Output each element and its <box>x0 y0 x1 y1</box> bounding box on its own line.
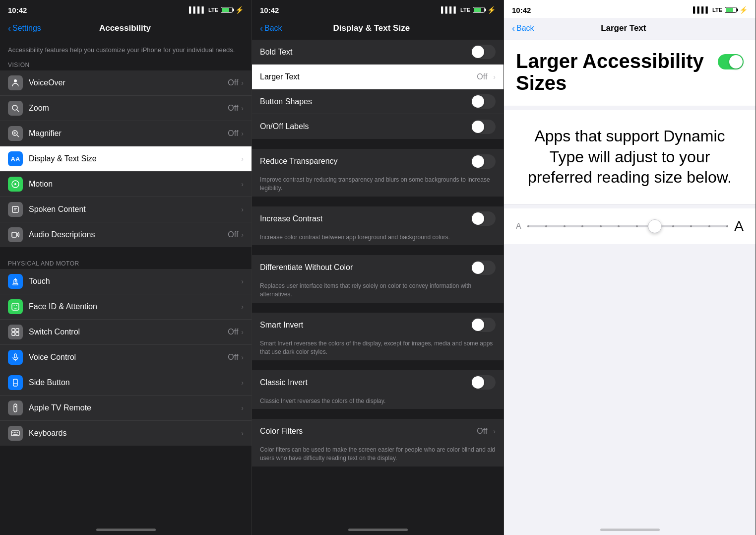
panel-display: 10:42 ▌▌▌▌ LTE ⚡ ‹ Back Display & Text S… <box>252 0 504 535</box>
slider-section: A A <box>504 208 756 244</box>
battery-icon-3 <box>725 7 737 13</box>
voicecontrol-value: Off <box>228 353 238 362</box>
spoken-row: Spoken Content › <box>29 205 244 214</box>
differentiate-label: Differentiate Without Color <box>260 263 471 272</box>
charging-icon-1: ⚡ <box>235 6 244 14</box>
chevron-left-icon-1: ‹ <box>8 23 11 34</box>
list-item-switchcontrol[interactable]: Switch Control Off › <box>0 320 252 345</box>
voiceover-label: VoiceOver <box>29 78 228 87</box>
home-indicator-2 <box>348 529 408 531</box>
zoom-value: Off <box>228 104 238 113</box>
panel-larger-text: 10:42 ▌▌▌▌ LTE ⚡ ‹ Back Larger Text Larg… <box>504 0 756 535</box>
appletv-label: Apple TV Remote <box>29 403 238 412</box>
magnifier-label: Magnifier <box>29 129 228 138</box>
smart-invert-toggle[interactable] <box>471 318 496 332</box>
slider-dot-2 <box>545 225 547 227</box>
list-item-bold-text[interactable]: Bold Text <box>252 40 504 65</box>
reduce-transparency-toggle[interactable] <box>471 154 496 169</box>
color-filters-label: Color Filters <box>260 427 477 436</box>
switchcontrol-value: Off <box>228 328 238 336</box>
chevron-left-icon-3: ‹ <box>512 23 515 34</box>
switchcontrol-content: Switch Control <box>29 328 228 336</box>
slider-dot-7 <box>636 225 638 227</box>
voiceover-row: VoiceOver Off › <box>29 78 244 87</box>
slider-dot-4 <box>581 225 583 227</box>
voicecontrol-icon <box>8 350 23 365</box>
keyboards-content: Keyboards <box>29 429 238 438</box>
list-item-voiceover[interactable]: VoiceOver Off › <box>0 70 252 96</box>
section-physical: PHYSICAL AND MOTOR <box>0 257 252 269</box>
motion-icon <box>8 177 23 192</box>
touch-icon <box>8 274 23 289</box>
list-item-smart-invert[interactable]: Smart Invert <box>252 313 504 337</box>
slider-dot-3 <box>564 225 566 227</box>
color-filters-chevron: › <box>493 427 496 435</box>
bold-text-toggle[interactable] <box>471 45 496 59</box>
list-item-faceid[interactable]: Face ID & Attention › <box>0 294 252 320</box>
list-item-magnifier[interactable]: Magnifier Off › <box>0 121 252 146</box>
classic-invert-toggle[interactable] <box>471 375 496 390</box>
list-item-differentiate[interactable]: Differentiate Without Color <box>252 255 504 280</box>
list-item-button-shapes[interactable]: Button Shapes <box>252 89 504 114</box>
list-item-motion[interactable]: Motion › <box>0 172 252 197</box>
list-item-onoff-labels[interactable]: On/Off Labels <box>252 114 504 139</box>
faceid-icon <box>8 299 23 314</box>
button-shapes-toggle[interactable] <box>471 94 496 109</box>
appletv-content: Apple TV Remote <box>29 403 238 412</box>
status-bar-3: 10:42 ▌▌▌▌ LTE ⚡ <box>504 0 756 18</box>
back-button-3[interactable]: ‹ Back <box>512 23 534 34</box>
list-item-display[interactable]: AA Display & Text Size › <box>0 146 252 172</box>
list-item-reduce-transparency[interactable]: Reduce Transparency <box>252 149 504 174</box>
list-item-spoken[interactable]: Spoken Content › <box>0 197 252 222</box>
back-button-1[interactable]: ‹ Settings <box>8 23 41 34</box>
list-item-keyboards[interactable]: Keyboards › <box>0 421 252 446</box>
battery-fill-1 <box>222 8 229 12</box>
larger-accessibility-toggle[interactable] <box>718 54 744 69</box>
lte-badge-1: LTE <box>208 7 218 13</box>
bold-text-label: Bold Text <box>260 48 471 57</box>
reduce-transparency-label: Reduce Transparency <box>260 157 471 166</box>
larger-accessibility-title: Larger Accessibility Sizes <box>516 50 710 94</box>
list-item-increase-contrast[interactable]: Increase Contrast <box>252 206 504 231</box>
description-text-1: Accessibility features help you customiz… <box>0 40 252 59</box>
section-gap-2a <box>252 139 504 149</box>
svg-point-25 <box>15 406 16 407</box>
slider-thumb[interactable] <box>648 219 662 233</box>
onoff-labels-toggle[interactable] <box>471 120 496 134</box>
smart-invert-desc: Smart Invert reverses the colors of the … <box>252 337 504 360</box>
increase-contrast-toggle[interactable] <box>471 211 496 226</box>
keyboards-icon <box>8 426 23 441</box>
list-item-voicecontrol[interactable]: Voice Control Off › <box>0 345 252 370</box>
dynamic-type-text: Apps that support Dynamic Type will adju… <box>516 126 744 188</box>
status-right-3: ▌▌▌▌ LTE ⚡ <box>693 6 748 14</box>
list-item-color-filters[interactable]: Color Filters Off › <box>252 419 504 444</box>
list-item-touch[interactable]: Touch › <box>0 269 252 294</box>
vision-list: VoiceOver Off › Zoom Off › <box>0 70 252 247</box>
back-button-2[interactable]: ‹ Back <box>260 23 282 34</box>
list-item-appletv[interactable]: Apple TV Remote › <box>0 396 252 421</box>
list-item-larger-text[interactable]: Larger Text Off › <box>252 65 504 89</box>
status-time-3: 10:42 <box>512 6 531 14</box>
touch-content: Touch <box>29 277 238 286</box>
slider-track[interactable] <box>527 225 729 227</box>
switchcontrol-icon <box>8 325 23 339</box>
magnifier-value: Off <box>228 129 238 138</box>
classic-invert-group: Classic Invert Classic Invert reverses t… <box>252 370 504 409</box>
larger-text-chevron: › <box>493 73 496 81</box>
list-item-zoom[interactable]: Zoom Off › <box>0 96 252 121</box>
increase-contrast-group: Increase Contrast Increase color contras… <box>252 206 504 246</box>
list-item-classic-invert[interactable]: Classic Invert <box>252 370 504 395</box>
svg-rect-17 <box>16 329 19 332</box>
differentiate-toggle[interactable] <box>471 261 496 275</box>
list-item-sidebutton[interactable]: Side Button › <box>0 370 252 396</box>
section-gap-2c <box>252 245 504 255</box>
zoom-chevron: › <box>241 104 244 112</box>
battery-icon-2 <box>473 7 485 13</box>
svg-rect-9 <box>12 206 18 212</box>
list-item-audio[interactable]: Audio Descriptions Off › <box>0 222 252 247</box>
display-icon: AA <box>8 151 23 166</box>
svg-line-2 <box>17 110 19 112</box>
back-label-3: Back <box>516 24 534 33</box>
slider-dots <box>527 225 729 227</box>
differentiate-desc: Replaces user interface items that rely … <box>252 280 504 303</box>
